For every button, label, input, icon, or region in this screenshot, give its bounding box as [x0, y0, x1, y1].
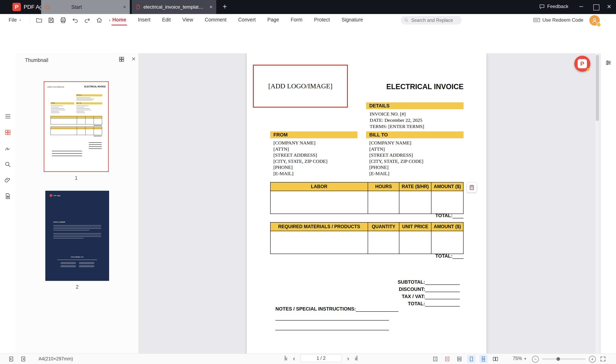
thumbnail-size-icon[interactable]: [118, 56, 125, 63]
avatar[interactable]: [589, 15, 600, 26]
customize-toolbar-icon[interactable]: [96, 17, 103, 24]
status-page-input[interactable]: [301, 354, 342, 362]
first-page-button[interactable]: ‹: [285, 355, 288, 362]
thumbnail-panel-close-icon[interactable]: ×: [132, 55, 136, 63]
attachment-panel-icon[interactable]: [4, 177, 11, 183]
ribbon-tabs: Home Insert Edit View Comment Convert Pa…: [112, 17, 363, 23]
save-icon[interactable]: [48, 17, 55, 24]
labor-total-label: TOTAL:: [435, 213, 452, 218]
file-caret-icon: [18, 18, 21, 22]
thumbnail-panel: Thumbnail × [ADD LOGO/IMAGE] ELECTRICAL …: [16, 53, 139, 354]
thumbnail-panel-icon[interactable]: [4, 129, 11, 136]
redo-icon[interactable]: [84, 17, 91, 24]
quick-actions-caret-icon[interactable]: [108, 18, 110, 22]
materials-total-label: TOTAL:: [435, 253, 452, 259]
tab-edit[interactable]: Edit: [162, 17, 171, 23]
grand-total-row: TOTAL:: [378, 301, 460, 307]
tab-comment[interactable]: Comment: [205, 17, 226, 23]
search-panel-icon[interactable]: [4, 161, 11, 168]
single-page-view-icon[interactable]: [467, 355, 475, 363]
tab-home[interactable]: Home: [112, 17, 126, 23]
print-quick-icon[interactable]: [60, 17, 67, 24]
invoice-terms-line: TERMS: [ENTER TERMS]: [370, 123, 424, 130]
user-icon: [591, 17, 598, 24]
status-next-page-button[interactable]: ›: [347, 355, 349, 362]
tab-view[interactable]: View: [182, 17, 193, 23]
word-export-fab[interactable]: P: [574, 56, 590, 72]
thumbnail-page-2[interactable]: PDF Agile DISCLAIMER www.pdfagile.com: [45, 191, 109, 281]
materials-table-body[interactable]: [271, 231, 463, 254]
undo-icon[interactable]: [72, 17, 79, 24]
signature-panel-icon[interactable]: [4, 145, 11, 152]
thumb1-materials-table: [51, 127, 102, 135]
properties-panel-icon[interactable]: [605, 59, 612, 66]
amount-col-header: AMOUNT ($): [431, 182, 463, 191]
two-page-view-icon[interactable]: [492, 355, 499, 363]
status-bar: A4(210×297mm) ‹ ‹ › › 75% − +: [0, 354, 616, 364]
tab-page[interactable]: Page: [267, 17, 279, 23]
scrollbar-thumb[interactable]: [596, 55, 599, 121]
vertical-scrollbar[interactable]: [595, 53, 600, 354]
previous-view-icon[interactable]: [8, 356, 14, 362]
fab-badge: [587, 68, 589, 71]
zoom-slider-thumb[interactable]: [556, 357, 560, 361]
fullscreen-icon[interactable]: [600, 356, 606, 362]
search-icon: [404, 18, 409, 23]
fit-width-status-icon[interactable]: [455, 355, 463, 363]
thumb2-disclaimer: DISCLAIMER: [53, 221, 65, 223]
redeem-code-button[interactable]: Use Redeem Code: [534, 17, 583, 23]
thumb1-logo-text: [ADD LOGO/IMAGE]: [47, 86, 64, 88]
labor-table-body[interactable]: [271, 191, 463, 214]
close-window-button[interactable]: ×: [607, 2, 611, 11]
labor-table: LABOR HOURS RATE ($/HR) AMOUNT ($): [270, 182, 464, 214]
fit-one-icon[interactable]: [431, 355, 439, 363]
tab-form[interactable]: Form: [291, 17, 302, 23]
quantity-col-header: QUANTITY: [368, 222, 399, 231]
tab-convert[interactable]: Convert: [238, 17, 256, 23]
from-lines: [COMPANY NAME][ATTN] [STREET ADDRESS][CI…: [274, 140, 327, 177]
calculator-button[interactable]: [467, 182, 477, 193]
page-info-panel-icon[interactable]: [4, 193, 11, 199]
status-zoom-in-button[interactable]: +: [589, 356, 596, 363]
tax-vat-row: TAX / VAT:: [378, 294, 460, 299]
tab-protect[interactable]: Protect: [314, 17, 330, 23]
thumb1-labor-table: [51, 116, 102, 124]
notes-line-1: [275, 320, 389, 321]
bill-to-header: BILL TO: [366, 131, 464, 138]
hours-col-header: HOURS: [368, 182, 399, 191]
invoice-date-line: DATE: December 22, 2025: [370, 117, 424, 123]
page-size-label: A4(210×297mm): [39, 356, 73, 362]
fit-red-icon[interactable]: [443, 355, 451, 363]
tab-signature[interactable]: Signature: [342, 17, 363, 23]
new-tab-button[interactable]: +: [223, 2, 227, 11]
panel-menu-icon[interactable]: [4, 113, 11, 120]
feedback-button[interactable]: Feedback: [539, 4, 568, 9]
tab-document-close-icon[interactable]: ×: [209, 4, 213, 10]
logo-placeholder-field[interactable]: [ADD LOGO/IMAGE]: [253, 65, 348, 108]
open-file-icon[interactable]: [36, 17, 42, 24]
file-menu[interactable]: File: [9, 17, 21, 23]
status-zoom-out-button[interactable]: −: [532, 356, 539, 363]
maximize-button[interactable]: [593, 4, 599, 10]
search-input[interactable]: [411, 17, 458, 23]
continuous-view-icon[interactable]: [479, 355, 487, 363]
last-page-button[interactable]: ›: [355, 355, 357, 362]
next-view-icon[interactable]: [20, 356, 27, 362]
minimize-button[interactable]: –: [579, 2, 583, 10]
tab-document[interactable]: electrical_invoice_template.... ×: [132, 0, 216, 14]
feedback-label: Feedback: [547, 4, 568, 9]
document-area[interactable]: [ADD LOGO/IMAGE] ELECTRICAL INVOICE DETA…: [138, 53, 600, 354]
tab-start-close-icon[interactable]: ×: [123, 4, 126, 10]
pdf-page[interactable]: [ADD LOGO/IMAGE] ELECTRICAL INVOICE DETA…: [247, 53, 486, 354]
calculator-icon: [469, 184, 475, 191]
feedback-icon: [539, 4, 545, 9]
status-prev-page-button[interactable]: ‹: [293, 355, 295, 362]
zoom-level-select[interactable]: 75%: [513, 356, 526, 361]
status-page-nav: ‹ ‹ › ›: [285, 354, 357, 362]
tab-start[interactable]: Start ×: [41, 0, 130, 14]
unit-price-col-header: UNIT PRICE: [399, 222, 431, 231]
search-box[interactable]: [401, 16, 462, 25]
tab-insert[interactable]: Insert: [138, 17, 151, 23]
zoom-slider[interactable]: [542, 359, 586, 359]
thumbnail-page-1[interactable]: [ADD LOGO/IMAGE] ELECTRICAL INVOICE DETA…: [44, 81, 109, 172]
